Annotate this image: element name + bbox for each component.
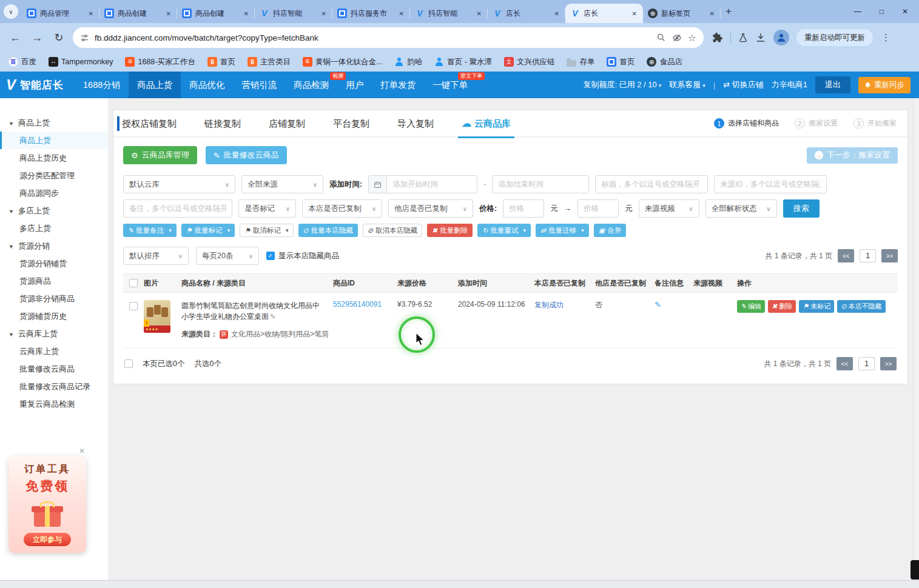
extensions-icon[interactable] (712, 32, 723, 43)
app-nav-item[interactable]: 打单发货 (372, 72, 424, 98)
end-time-input[interactable] (492, 175, 589, 193)
bookmark-item[interactable]: Tampermonkey (49, 57, 113, 67)
zoom-icon[interactable] (656, 33, 666, 42)
price-max-input[interactable] (577, 199, 619, 218)
price-min-input[interactable] (503, 199, 544, 218)
browser-tab[interactable]: 商品创建 ✕ (99, 4, 177, 23)
pagination-page-button[interactable]: 1 (858, 357, 875, 370)
browser-tab[interactable]: 商品创建 ✕ (177, 4, 255, 23)
tab-close-icon[interactable]: ✕ (87, 9, 95, 18)
minimize-icon[interactable]: — (854, 7, 861, 16)
flask-icon[interactable] (738, 32, 748, 43)
copy-quota-dropdown[interactable]: 复制额度: 已用 2 / 10▾ (583, 79, 661, 90)
scrollbar-thumb[interactable] (911, 560, 919, 580)
sidebar-item[interactable]: ▼货源分销铺货 (0, 255, 108, 272)
address-bar[interactable]: fb.dddz.jiancent.com/move/batch/target?c… (73, 27, 704, 48)
copy-mode-tab[interactable]: 授权店铺复制 (122, 110, 177, 137)
bookmark-item[interactable]: 首页 (207, 57, 235, 67)
source-select[interactable]: 全部来源∨ (241, 175, 323, 193)
sidebar-item[interactable]: ▼商品上货历史 (0, 149, 108, 167)
sync-button[interactable]: 重新同步 (858, 77, 911, 93)
edit-note-pencil-icon[interactable]: ✎ (655, 300, 693, 309)
pagination-next-button[interactable]: >> (880, 357, 897, 370)
tab-close-icon[interactable]: ✕ (165, 9, 172, 18)
bookmark-item[interactable]: 韵哈 (394, 57, 422, 67)
hide-in-shop-button[interactable]: 本店不隐藏 (837, 300, 885, 313)
sidebar-item[interactable]: ▼货源分销 (0, 237, 108, 255)
app-nav-item[interactable]: 商品上货 (129, 72, 181, 98)
pagination-prev-button[interactable]: << (837, 357, 853, 370)
sidebar-item[interactable]: ▼商品上货 (0, 132, 108, 149)
other-copied-select[interactable]: 他店是否已复制∨ (388, 199, 473, 218)
promo-join-button[interactable]: 立即参与 (24, 533, 71, 546)
promo-close-icon[interactable]: ✕ (79, 447, 85, 455)
browser-tab[interactable]: 商品管理 ✕ (22, 4, 99, 23)
bookmark-item[interactable]: 存单 (567, 57, 594, 67)
cloud-bank-select[interactable]: 默认云库∨ (123, 175, 235, 193)
row-checkbox[interactable] (129, 302, 138, 310)
next-step-button[interactable]: → 下一步：搬家设置 (807, 147, 898, 164)
reload-icon[interactable]: ↻ (51, 31, 67, 44)
sidebar-item[interactable]: ▼重复云商品检测 (0, 395, 108, 413)
promo-card[interactable]: ✕ 订单工具 免费领 立即参与 (8, 456, 86, 553)
copy-mode-tab[interactable]: 链接复制 (204, 110, 241, 137)
eye-off-icon[interactable] (672, 33, 682, 42)
app-brand[interactable]: V 智能店长 (6, 78, 64, 92)
tab-close-icon[interactable]: ✕ (476, 9, 483, 18)
tab-close-icon[interactable]: ✕ (709, 9, 716, 18)
parse-status-select[interactable]: 全部解析状态∨ (705, 199, 777, 218)
copy-mode-tab[interactable]: 平台复制 (333, 110, 369, 137)
self-copied-select[interactable]: 本店是否已复制∨ (302, 199, 382, 218)
tab-close-icon[interactable]: ✕ (631, 9, 638, 18)
pagination-page-button[interactable]: 1 (860, 249, 876, 262)
tab-close-icon[interactable]: ✕ (320, 9, 328, 18)
sidebar-item[interactable]: ▼商品上货 (0, 114, 108, 132)
product-thumbnail[interactable]: ●●●●! (144, 300, 170, 333)
sidebar-item[interactable]: ▼多店上货 (0, 219, 108, 237)
browser-tab[interactable]: 店长 ✕ (565, 4, 643, 23)
sidebar-item[interactable]: ▼货源非分销商品 (0, 290, 108, 307)
sidebar-item[interactable]: ▼云商库上货 (0, 325, 108, 342)
calendar-icon[interactable] (369, 176, 387, 193)
tab-close-icon[interactable]: ✕ (398, 9, 405, 18)
product-title[interactable]: 圆形竹制笔筒励志创意时尚收纳文化用品中小学生毕业礼物办公室桌面✎ (181, 300, 333, 322)
browser-tab[interactable]: 店长 ✕ (488, 4, 565, 23)
bookmark-item[interactable]: 百度 (8, 57, 36, 67)
sort-select[interactable]: 默认排序∨ (123, 247, 189, 265)
app-nav-item[interactable]: 商品优化 (181, 72, 233, 98)
note-filter-input[interactable] (123, 199, 232, 218)
search-button[interactable]: 搜索 (783, 199, 820, 218)
bookmark-item[interactable]: 1688-买家工作台 (125, 57, 195, 67)
pagination-prev-button[interactable]: << (838, 249, 854, 262)
tab-close-icon[interactable]: ✕ (553, 9, 560, 18)
app-nav-item[interactable]: 商品检测 检测 (285, 72, 337, 98)
page-scrollbar[interactable] (913, 98, 919, 580)
show-hidden-checkbox[interactable] (266, 252, 275, 260)
switch-shop-button[interactable]: ⇄ 切换店铺 (723, 79, 764, 90)
app-nav-item[interactable]: 1688分销 (75, 72, 129, 98)
source-video-select[interactable]: 来源视频∨ (639, 199, 699, 218)
mark-filter-select[interactable]: 是否标记∨ (238, 199, 296, 218)
page-size-select[interactable]: 每页20条∨ (196, 247, 259, 265)
tab-close-icon[interactable]: ✕ (243, 9, 250, 18)
sidebar-item[interactable]: ▼货源铺货历史 (0, 307, 108, 325)
copy-mode-tab[interactable]: 云商品库 (462, 110, 511, 137)
bookmark-item[interactable]: 首页 - 聚水潭 (434, 57, 492, 67)
back-icon[interactable]: ← (7, 32, 23, 44)
product-id-link[interactable]: 552956140091 (333, 300, 397, 309)
pagination-next-button[interactable]: >> (881, 249, 898, 262)
batch-action-button[interactable]: 批量标记 (181, 224, 235, 237)
forward-icon[interactable]: → (29, 32, 45, 44)
bookmark-item[interactable]: 首页 (607, 57, 635, 67)
batch-action-button[interactable]: 合并 (594, 224, 626, 237)
app-nav-item[interactable]: 一键下单 密文下单 (424, 72, 476, 98)
cloud-bank-manage-button[interactable]: ⚙ 云商品库管理 (123, 146, 197, 164)
copy-mode-tab[interactable]: 导入复制 (397, 110, 434, 137)
bookmark-item[interactable]: 主营类目 (247, 57, 291, 67)
footer-select-all-checkbox[interactable] (124, 359, 133, 368)
batch-edit-cloud-products-button[interactable]: ✎ 批量修改云商品 (206, 146, 287, 164)
edit-button[interactable]: 编辑 (737, 300, 765, 313)
downloads-icon[interactable] (755, 32, 766, 43)
sidebar-item[interactable]: ▼多店上货 (0, 202, 108, 219)
profile-avatar[interactable] (773, 30, 789, 45)
